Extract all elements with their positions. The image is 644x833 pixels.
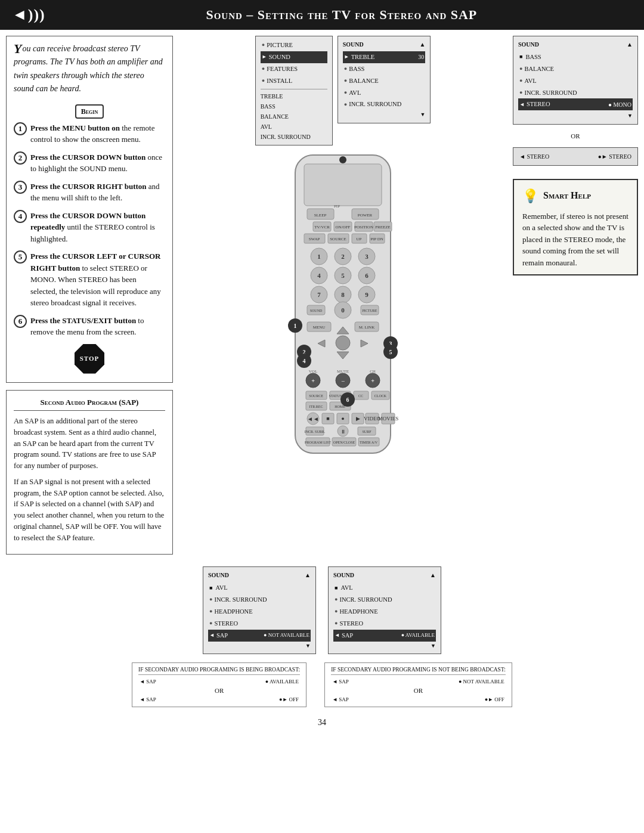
svg-text:PROGRAM LIST: PROGRAM LIST (305, 441, 331, 444)
step-6-text: Press the STATUS/EXIT button to remove t… (30, 315, 165, 338)
svg-rect-1 (304, 164, 382, 206)
svg-text:■: ■ (326, 416, 329, 422)
smart-help-text: Remember, if stereo is not present on a … (522, 210, 628, 269)
sap-paragraph-1: An SAP is an additional part of the ster… (14, 416, 165, 472)
remote-svg: SLEEP POWER PIP TV/VCR ON/OFF POSITION F… (259, 149, 426, 459)
steps-list: 1 Press the MENU button on the remote co… (14, 122, 165, 338)
sm-avl: ●AVL (518, 75, 633, 87)
svg-text:SURF: SURF (362, 430, 371, 433)
sap-na-incr: ●INCR. SURROUND (208, 594, 311, 606)
sap-available-menu: SOUND▲ ■AVL ●INCR. SURROUND ●HEADPHONE ●… (328, 566, 441, 654)
svg-text:POSITION: POSITION (354, 225, 373, 230)
sound-menu-incr: ●INCR. SURROUND (343, 98, 426, 110)
sound-menu-stereo-header: SOUND▲ (518, 39, 633, 49)
sap-nb-row2: ◄ SAP ●► OFF (331, 696, 506, 703)
svg-text:PICTURE: PICTURE (362, 309, 377, 312)
page-title: Sound – Setting the TV for Stereo and SA… (51, 7, 632, 23)
menu-row-sound: ►SOUND (261, 51, 327, 63)
step-1-number: 1 (14, 122, 27, 135)
svg-text:▶: ▶ (356, 416, 360, 422)
svg-text:SOUND: SOUND (310, 309, 323, 312)
sap-na-sap: ◄SAP ● NOT AVAILABLE (208, 630, 311, 642)
left-column: You can receive broadcast stereo TV prog… (6, 36, 173, 555)
sap-a-stereo: ●STEREO (333, 618, 436, 630)
svg-text:6: 6 (346, 397, 349, 403)
svg-text:UP: UP (357, 237, 362, 241)
svg-text:1: 1 (317, 253, 321, 260)
sm-stereo: ◄ STEREO ● MONO (518, 98, 633, 110)
svg-text:4: 4 (303, 358, 306, 364)
svg-text:+: + (311, 377, 315, 384)
sound-menu-bass: ●BASS (343, 63, 426, 75)
svg-text:MENU: MENU (313, 325, 326, 330)
svg-text:⏸: ⏸ (340, 429, 346, 435)
bottom-section: SOUND▲ ■AVL ●INCR. SURROUND ●HEADPHONE ●… (6, 566, 638, 712)
svg-text:PIP: PIP (334, 204, 340, 209)
right-column: SOUND▲ ■BASS ●BALANCE ●AVL ●INCR. SURROU… (513, 36, 638, 555)
svg-text:ON/OFF: ON/OFF (336, 225, 351, 230)
smart-help-title: 💡 Smart Help (522, 186, 628, 206)
menu-row-install: ●INSTALL (261, 75, 327, 87)
svg-text:SOURCE: SOURCE (330, 237, 346, 241)
step-5-text: Press the CURSOR LEFT or CURSOR RIGHT bu… (30, 250, 165, 309)
sap-broadcasting-title: IF SECONDARY AUDIO PROGRAMING IS BEING B… (138, 667, 300, 675)
sap-title: Second Audio Program (SAP) (14, 397, 165, 411)
bulb-icon: 💡 (522, 186, 538, 206)
sap-nb-or: OR (331, 687, 506, 694)
sound-menu-avl: ●AVL (343, 87, 426, 99)
intro-box: You can receive broadcast stereo TV prog… (6, 36, 173, 383)
main-menu-display: ●PICTURE ►SOUND ●FEATURES ●INSTALL TREBL… (255, 36, 333, 145)
sap-na-header: SOUND▲ (208, 570, 311, 580)
svg-text:POWER: POWER (358, 213, 373, 218)
step-2: 2 Press the CURSOR DOWN button once to h… (14, 151, 165, 175)
sap-b-row1: ◄ SAP ● AVAILABLE (138, 678, 300, 685)
svg-text:CC: CC (358, 394, 363, 398)
step-4: 4 Press the CURSOR DOWN button repeatedl… (14, 210, 165, 245)
svg-text:0: 0 (341, 306, 345, 314)
sap-a-sap: ◄SAP ● AVAILABLE (333, 630, 436, 642)
sm-bass: ■BASS (518, 51, 633, 63)
svg-text:OPEN/CLOSE: OPEN/CLOSE (333, 441, 355, 444)
sap-a-incr: ●INCR. SURROUND (333, 594, 436, 606)
step-3: 3 Press the CURSOR RIGHT button and the … (14, 181, 165, 204)
svg-text:9: 9 (365, 291, 369, 298)
step-6-number: 6 (14, 315, 27, 328)
svg-text:−: − (341, 377, 345, 385)
main-content: You can receive broadcast stereo TV prog… (0, 30, 644, 561)
svg-text:SWAP: SWAP (309, 237, 320, 241)
svg-point-2 (339, 156, 346, 163)
sap-a-header: SOUND▲ (333, 570, 436, 580)
sap-a-headphone: ●HEADPHONE (333, 606, 436, 618)
menu-row-picture: ●PICTURE (261, 39, 327, 51)
svg-text:2: 2 (341, 253, 345, 260)
drop-cap: Y (14, 42, 21, 55)
sap-not-broadcasting-title: IF SECONDARY AUDIO PROGRAMING IS NOT BEI… (331, 667, 506, 675)
sap-box: Second Audio Program (SAP) An SAP is an … (6, 390, 173, 555)
remote-control-area: SLEEP POWER PIP TV/VCR ON/OFF POSITION F… (259, 149, 426, 459)
intro-text: You can receive broadcast stereo TV prog… (14, 42, 165, 96)
sap-broadcast-section: IF SECONDARY AUDIO PROGRAMING IS BEING B… (12, 662, 632, 707)
rewind-icon: ◄))) (12, 6, 45, 24)
svg-text:8: 8 (341, 291, 345, 298)
svg-text:PIP DN: PIP DN (370, 237, 383, 241)
menu-row-features: ●FEATURES (261, 63, 327, 75)
stereo-option-display: ◄ STEREO ●► STEREO (513, 147, 638, 166)
sap-menu-row: SOUND▲ ■AVL ●INCR. SURROUND ●HEADPHONE ●… (6, 566, 638, 654)
step-3-text: Press the CURSOR RIGHT button and the me… (30, 181, 165, 204)
svg-text:4: 4 (317, 272, 321, 279)
svg-text:+: + (371, 377, 374, 384)
sap-not-broadcasting-diagram: IF SECONDARY AUDIO PROGRAMING IS NOT BEI… (324, 662, 512, 707)
svg-text:1: 1 (294, 323, 297, 329)
sap-b-or: OR (138, 687, 300, 694)
or-divider: OR (513, 132, 638, 140)
step-1: 1 Press the MENU button on the remote co… (14, 122, 165, 145)
sap-na-stereo: ●STEREO (208, 618, 311, 630)
sound-menu-stereo: SOUND▲ ■BASS ●BALANCE ●AVL ●INCR. SURROU… (513, 36, 638, 125)
center-column: ●PICTURE ►SOUND ●FEATURES ●INSTALL TREBL… (179, 36, 507, 555)
step-4-number: 4 (14, 210, 27, 223)
svg-text:TV/VCR: TV/VCR (314, 225, 330, 230)
svg-text:CLOCK: CLOCK (374, 394, 387, 398)
step-5-number: 5 (14, 250, 27, 264)
stop-badge: STOP (75, 344, 104, 374)
page-number: 34 (0, 718, 644, 727)
